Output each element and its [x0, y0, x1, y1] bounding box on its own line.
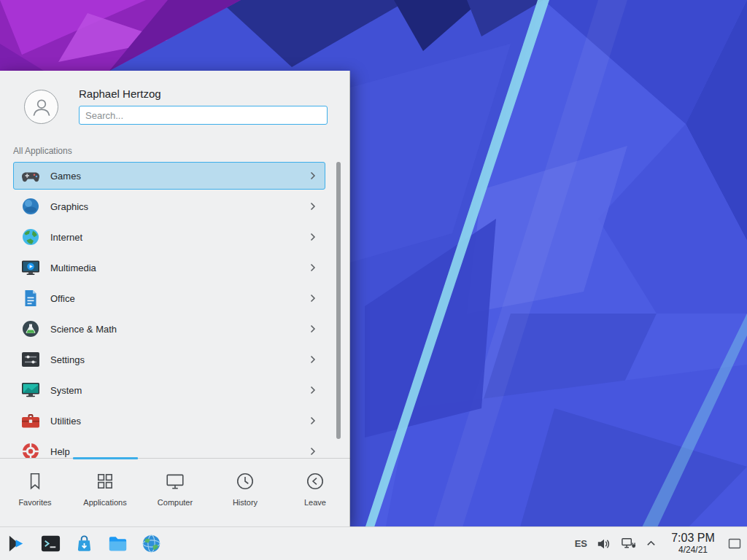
category-games[interactable]: Games: [13, 162, 325, 190]
category-label: Utilities: [50, 416, 310, 427]
terminal-icon: [40, 533, 61, 554]
clock-widget[interactable]: 7:03 PM 4/24/21: [666, 532, 720, 555]
list-scrollbar[interactable]: [336, 162, 341, 439]
category-label: Office: [50, 293, 310, 304]
tab-history[interactable]: History: [210, 459, 280, 526]
tab-label: Leave: [304, 498, 326, 507]
clock-time: 7:03 PM: [666, 532, 720, 545]
category-utilities[interactable]: Utilities: [13, 407, 325, 435]
file-manager-button[interactable]: [106, 532, 129, 556]
tab-computer[interactable]: Computer: [140, 459, 210, 526]
tab-bar: Favorites Applications: [0, 458, 350, 526]
section-label: All Applications: [13, 146, 72, 156]
category-settings[interactable]: Settings: [13, 346, 325, 373]
submenu-arrow-icon: [310, 202, 316, 211]
multimedia-icon: [20, 257, 41, 278]
category-label: System: [50, 385, 310, 396]
search-input[interactable]: [79, 106, 328, 125]
tab-label: Computer: [158, 498, 193, 507]
category-label: Help: [50, 446, 310, 457]
submenu-arrow-icon: [310, 263, 316, 272]
tab-label: Favorites: [18, 498, 51, 507]
history-clock-icon: [235, 471, 255, 491]
tab-favorites[interactable]: Favorites: [0, 459, 70, 526]
web-browser-button[interactable]: [139, 532, 163, 556]
category-label: Graphics: [50, 201, 310, 212]
internet-icon: [20, 227, 41, 247]
application-launcher-menu: Raphael Hertzog All Applications Games: [0, 71, 350, 526]
category-science-math[interactable]: Science & Math: [13, 315, 325, 343]
desktop: Raphael Hertzog All Applications Games: [0, 0, 747, 560]
keyboard-layout-indicator[interactable]: ES: [575, 538, 587, 549]
clock-date: 4/24/21: [666, 545, 720, 556]
computer-icon: [165, 471, 185, 491]
taskbar: ES: [0, 526, 747, 560]
category-multimedia[interactable]: Multimedia: [13, 254, 325, 281]
submenu-arrow-icon: [310, 294, 316, 303]
games-icon: [20, 166, 41, 186]
category-label: Games: [50, 171, 310, 182]
system-tray: ES: [565, 532, 747, 555]
tray-expander-button[interactable]: [646, 538, 657, 549]
user-avatar[interactable]: [24, 90, 58, 124]
office-icon: [20, 288, 41, 308]
category-label: Science & Math: [50, 324, 310, 335]
category-label: Internet: [50, 232, 310, 243]
submenu-arrow-icon: [310, 447, 316, 456]
submenu-arrow-icon: [310, 171, 316, 180]
bookmark-icon: [25, 471, 45, 491]
category-label: Multimedia: [50, 262, 310, 273]
submenu-arrow-icon: [310, 416, 316, 425]
category-graphics[interactable]: Graphics: [13, 192, 325, 220]
science-icon: [20, 319, 41, 339]
submenu-arrow-icon: [310, 324, 316, 333]
category-system[interactable]: System: [13, 376, 325, 404]
tab-applications[interactable]: Applications: [70, 459, 140, 526]
category-list: Games Graphics: [13, 162, 325, 458]
help-icon: [20, 441, 41, 458]
network-button[interactable]: [621, 536, 636, 551]
category-office[interactable]: Office: [13, 284, 325, 312]
category-help[interactable]: Help: [13, 438, 325, 458]
applications-grid-icon: [95, 471, 115, 491]
submenu-arrow-icon: [310, 233, 316, 241]
active-tab-indicator: [73, 457, 138, 459]
submenu-arrow-icon: [310, 355, 316, 364]
person-icon: [30, 96, 53, 119]
settings-icon: [20, 349, 41, 370]
submenu-arrow-icon: [310, 386, 316, 394]
application-launcher-button[interactable]: [5, 532, 28, 556]
software-center-button[interactable]: [72, 532, 96, 556]
system-icon: [20, 380, 41, 400]
kde-launcher-icon: [7, 533, 28, 554]
user-name: Raphael Hertzog: [79, 88, 161, 100]
taskbar-apps: [0, 532, 173, 556]
volume-button[interactable]: [597, 537, 611, 551]
utilities-icon: [20, 411, 41, 431]
graphics-icon: [20, 196, 41, 217]
show-desktop-button[interactable]: [727, 537, 742, 551]
discover-bag-icon: [74, 533, 95, 554]
terminal-button[interactable]: [39, 532, 62, 556]
tab-leave[interactable]: Leave: [280, 459, 350, 526]
category-internet[interactable]: Internet: [13, 223, 325, 251]
tab-label: Applications: [83, 498, 126, 507]
globe-browser-icon: [141, 533, 162, 554]
folder-icon: [107, 533, 128, 554]
tab-label: History: [233, 498, 258, 507]
leave-icon: [305, 471, 325, 491]
category-label: Settings: [50, 354, 310, 365]
